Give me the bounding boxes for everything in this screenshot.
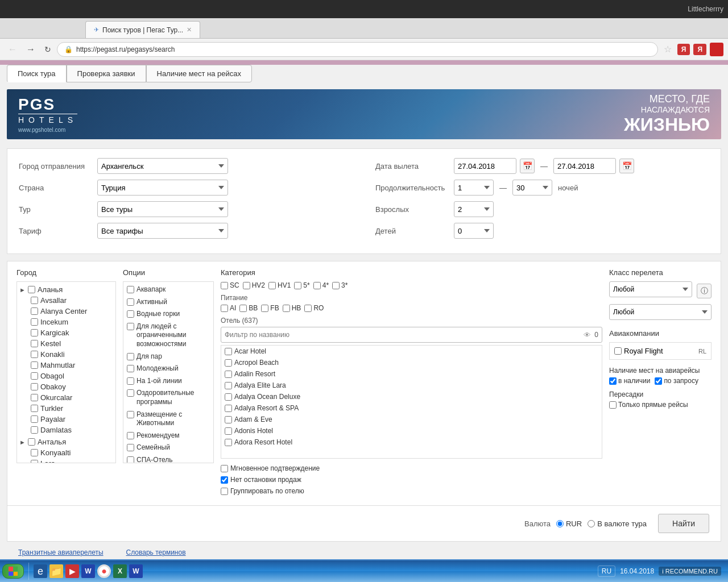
yandex-button-1[interactable]: Я bbox=[677, 44, 690, 55]
list-item[interactable]: Оздоровительные программы bbox=[127, 389, 210, 406]
list-item[interactable]: Lara bbox=[31, 458, 113, 463]
option-active[interactable] bbox=[127, 298, 134, 306]
list-item[interactable]: Okurcalar bbox=[31, 392, 113, 403]
list-item[interactable]: Для людей с ограниченными возможностями bbox=[127, 322, 210, 349]
city-checkbox-obagol[interactable] bbox=[31, 372, 38, 380]
tariff-select[interactable]: Все тарифы bbox=[97, 223, 228, 239]
list-item[interactable]: Семейный bbox=[127, 443, 210, 452]
list-item[interactable]: Для пар bbox=[127, 352, 210, 361]
hotel-checkbox-adonis[interactable] bbox=[225, 427, 232, 435]
options-scroll-area[interactable]: Аквапарк Активный Водные горки Для людей… bbox=[123, 281, 214, 463]
list-item[interactable]: Damlatas bbox=[31, 425, 113, 435]
address-text[interactable]: https://pegast.ru/pegasys/search bbox=[76, 45, 651, 53]
list-item[interactable]: Размещение с Животными bbox=[127, 410, 210, 428]
city-checkbox-kestel[interactable] bbox=[31, 340, 38, 347]
option-youth[interactable] bbox=[127, 365, 134, 372]
list-item[interactable]: Acar Hotel bbox=[221, 346, 602, 357]
list-item[interactable]: Mahmutlar bbox=[31, 360, 113, 371]
option-firstline[interactable] bbox=[127, 377, 134, 385]
forward-button[interactable]: → bbox=[23, 42, 39, 57]
cat-item-5star[interactable]: 5* bbox=[294, 281, 309, 289]
city-checkbox-antalya[interactable] bbox=[28, 438, 35, 446]
cat-item-hb[interactable]: HB bbox=[283, 304, 301, 312]
list-item[interactable]: Avsallar bbox=[31, 295, 113, 306]
list-item[interactable]: Аквапарк bbox=[127, 285, 210, 294]
option-family[interactable] bbox=[127, 444, 134, 451]
list-item[interactable]: Adalin Resort bbox=[221, 368, 602, 380]
children-select[interactable]: 0 bbox=[454, 223, 494, 239]
cat-checkbox-hb[interactable] bbox=[283, 305, 290, 312]
cat-checkbox-4star[interactable] bbox=[313, 282, 321, 289]
taskbar-folder-icon[interactable]: 📁 bbox=[49, 564, 63, 578]
city-checkbox-damlatas[interactable] bbox=[31, 426, 38, 434]
currency-option-tour[interactable]: В валюте тура bbox=[588, 519, 647, 528]
checkbox-request[interactable] bbox=[655, 377, 662, 385]
cat-item-hv1[interactable]: HV1 bbox=[268, 281, 291, 289]
cat-checkbox-3star[interactable] bbox=[332, 282, 340, 289]
option-water-slides[interactable] bbox=[127, 310, 134, 318]
list-item[interactable]: Adalya Resort & SPA bbox=[221, 402, 602, 414]
list-item[interactable]: Obakoy bbox=[31, 381, 113, 392]
list-item[interactable]: Konyaalti bbox=[31, 447, 113, 458]
taskbar-word-icon[interactable]: W bbox=[81, 564, 95, 578]
city-checkbox-obakoy[interactable] bbox=[31, 383, 38, 390]
back-button[interactable]: ← bbox=[5, 42, 20, 57]
city-checkbox-konakli[interactable] bbox=[31, 351, 38, 358]
hotel-checkbox-adalya-resort[interactable] bbox=[225, 405, 232, 412]
duration-to-select[interactable]: 30 bbox=[512, 180, 552, 196]
cat-checkbox-fb[interactable] bbox=[261, 305, 268, 312]
hotel-checkbox-acar[interactable] bbox=[225, 348, 232, 355]
list-item[interactable]: Konakli bbox=[31, 349, 113, 360]
tour-select[interactable]: Все туры bbox=[97, 201, 228, 217]
departure-select[interactable]: Архангельск bbox=[97, 158, 228, 174]
city-checkbox-payalar[interactable] bbox=[31, 415, 38, 423]
cat-item-ro[interactable]: RO bbox=[304, 304, 324, 312]
radio-tour-currency[interactable] bbox=[588, 520, 595, 527]
city-checkbox-okurcalar[interactable] bbox=[31, 394, 38, 401]
extra-option-instant[interactable]: Мгновенное подтверждение bbox=[221, 464, 602, 472]
yandex-button-2[interactable]: Я bbox=[693, 44, 706, 55]
checkbox-group-by-hotel[interactable] bbox=[221, 488, 228, 495]
hotel-checkbox-adalin[interactable] bbox=[225, 371, 232, 378]
list-item[interactable]: Alanya Center bbox=[31, 306, 113, 317]
option-recommended[interactable] bbox=[127, 432, 134, 439]
checkbox-available[interactable] bbox=[609, 377, 617, 385]
list-item[interactable]: Adora Resort Hotel bbox=[221, 436, 602, 448]
cat-checkbox-hv1[interactable] bbox=[268, 282, 276, 289]
radio-rur[interactable] bbox=[556, 520, 564, 527]
date-to-calendar-icon[interactable]: 📅 bbox=[619, 159, 634, 173]
list-item[interactable]: На 1-ой линии bbox=[127, 377, 210, 386]
city-checkbox-kargicak[interactable] bbox=[31, 329, 38, 336]
taskbar-ie-icon[interactable]: e bbox=[34, 564, 47, 578]
tab-search-tour[interactable]: Поиск тура bbox=[7, 65, 67, 82]
taskbar-media-icon[interactable]: ▶ bbox=[65, 564, 79, 578]
hotel-checkbox-adalya-ocean[interactable] bbox=[225, 393, 232, 401]
second-class-select[interactable]: Любой bbox=[609, 304, 712, 320]
option-couples[interactable] bbox=[127, 353, 134, 360]
cat-item-bb[interactable]: BB bbox=[239, 304, 258, 312]
list-item[interactable]: Obagol bbox=[31, 371, 113, 381]
option-spa[interactable] bbox=[127, 456, 134, 463]
footer-link-transit[interactable]: Транзитные авиаперелеты bbox=[18, 548, 104, 556]
cat-checkbox-ro[interactable] bbox=[304, 305, 312, 312]
airline-checkbox-royal-flight[interactable] bbox=[614, 347, 622, 355]
flight-class-select[interactable]: Любой bbox=[609, 281, 692, 297]
cat-item-fb[interactable]: FB bbox=[261, 304, 279, 312]
list-item[interactable]: Turkler bbox=[31, 403, 113, 414]
checkbox-no-stop-sales[interactable] bbox=[221, 476, 228, 484]
cat-checkbox-bb[interactable] bbox=[239, 305, 247, 312]
checkbox-direct-only[interactable] bbox=[609, 401, 617, 409]
extra-option-group[interactable]: Группировать по отелю bbox=[221, 487, 602, 495]
city-scroll-area[interactable]: ► Аланья Avsallar Alanya Center Incekum … bbox=[16, 281, 116, 463]
list-item[interactable]: Kestel bbox=[31, 338, 113, 349]
taskbar-excel-icon[interactable]: X bbox=[113, 564, 127, 578]
cat-item-hv2[interactable]: HV2 bbox=[243, 281, 265, 289]
list-item[interactable]: Молодежный bbox=[127, 364, 210, 373]
tab-close-button[interactable]: ✕ bbox=[187, 26, 192, 34]
find-button[interactable]: Найти bbox=[658, 514, 709, 533]
city-checkbox-turkler[interactable] bbox=[31, 405, 38, 412]
avail-option-request[interactable]: по запросу bbox=[655, 377, 698, 385]
list-item[interactable]: Royal Flight RL bbox=[612, 345, 709, 357]
list-item[interactable]: Acropol Beach bbox=[221, 357, 602, 368]
list-item[interactable]: СПА-Отель bbox=[127, 456, 210, 463]
